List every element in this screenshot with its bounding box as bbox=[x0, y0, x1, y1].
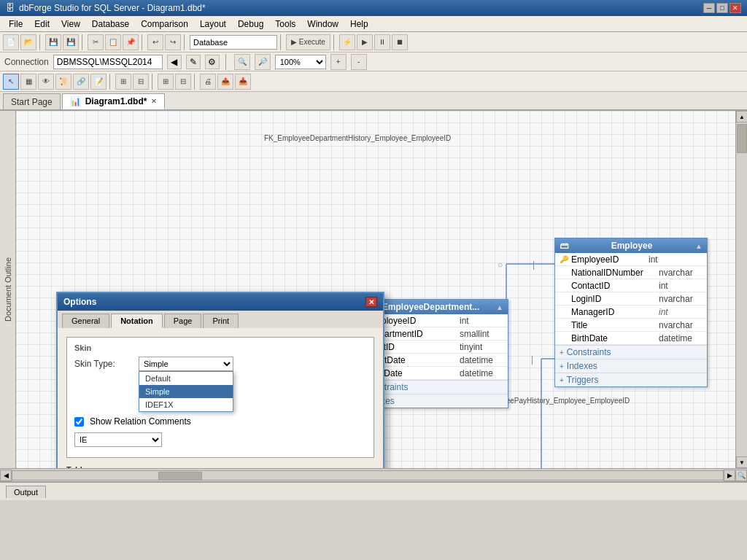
diagram-canvas[interactable]: FK_EmployeeDepartmentHistory_Employee_Em… bbox=[16, 111, 735, 468]
constraints-section[interactable]: + Constraints bbox=[555, 345, 707, 359]
minimize-button[interactable]: ─ bbox=[703, 3, 715, 13]
vertical-scrollbar[interactable]: ▲ ▼ bbox=[735, 111, 747, 468]
tb-redo[interactable]: ↪ bbox=[165, 34, 181, 50]
tb2-link[interactable]: 🔗 bbox=[73, 74, 89, 90]
menu-file[interactable]: File bbox=[3, 18, 28, 31]
tab-page[interactable]: Page bbox=[164, 314, 202, 328]
tb2-btn2[interactable]: ⊟ bbox=[133, 74, 149, 90]
conn-btn1[interactable]: ◀ bbox=[167, 55, 182, 69]
tb-undo[interactable]: ↩ bbox=[147, 34, 163, 50]
dialog-content: Skin Skin Type: Simple Default IDEF1X De bbox=[58, 328, 383, 468]
tb2-export[interactable]: 📤 bbox=[217, 74, 233, 90]
zoom-out[interactable]: - bbox=[351, 54, 367, 70]
tab-print[interactable]: Print bbox=[203, 314, 239, 328]
scroll-thumb[interactable] bbox=[737, 124, 747, 153]
tab-general[interactable]: General bbox=[62, 314, 109, 328]
notation-select[interactable]: IE IDEF1X Chen bbox=[74, 432, 162, 447]
menu-edit[interactable]: Edit bbox=[28, 18, 55, 31]
scroll-track[interactable] bbox=[736, 122, 747, 456]
tb2-print[interactable]: 🖨 bbox=[200, 74, 216, 90]
tab-close-icon[interactable]: ✕ bbox=[151, 98, 157, 105]
database-input[interactable] bbox=[190, 35, 277, 50]
menu-layout[interactable]: Layout bbox=[194, 18, 232, 31]
tb-execute[interactable]: ▶ Execute bbox=[286, 34, 330, 50]
zoom-in[interactable]: + bbox=[330, 54, 347, 70]
menu-comparison[interactable]: Comparison bbox=[135, 18, 194, 31]
skin-type-select[interactable]: Simple Default IDEF1X bbox=[139, 357, 233, 371]
tb2-btn1[interactable]: ⊞ bbox=[115, 74, 131, 90]
col-type: nvarchar bbox=[659, 268, 703, 278]
close-button[interactable]: ✕ bbox=[729, 3, 741, 13]
menu-view[interactable]: View bbox=[55, 18, 86, 31]
tb-save2[interactable]: 💾 bbox=[63, 34, 79, 50]
toolbar2: ↖ ▦ 👁 📜 🔗 📝 ⊞ ⊟ ⊞ ⊟ 🖨 📤 📥 bbox=[0, 71, 747, 92]
dropdown-simple[interactable]: Simple bbox=[139, 385, 233, 398]
menu-debug[interactable]: Debug bbox=[232, 18, 269, 31]
conn-btn2[interactable]: ✎ bbox=[186, 55, 201, 69]
tb2-note[interactable]: 📝 bbox=[90, 74, 107, 90]
tab-diagram[interactable]: 📊 Diagram1.dbd* ✕ bbox=[62, 93, 166, 109]
indexes-section[interactable]: + Indexes bbox=[555, 359, 707, 373]
zoom-icon[interactable]: 🔍 bbox=[735, 470, 747, 481]
conn-btn3[interactable]: ⚙ bbox=[205, 55, 220, 69]
tb-btn4[interactable]: ⏹ bbox=[392, 34, 408, 50]
employee-expand-icon[interactable]: ▲ bbox=[695, 242, 703, 250]
key-icon: 🔑 bbox=[560, 255, 568, 263]
tb-new[interactable]: 📄 bbox=[3, 34, 19, 50]
tb-cut[interactable]: ✂ bbox=[88, 34, 104, 50]
document-outline-panel: Document Outline bbox=[0, 111, 16, 468]
conn-tb1[interactable]: 🔍 bbox=[234, 54, 250, 70]
tb-open[interactable]: 📂 bbox=[20, 34, 36, 50]
tb2-view[interactable]: 👁 bbox=[38, 74, 54, 90]
menu-tools[interactable]: Tools bbox=[269, 18, 301, 31]
scroll-down-button[interactable]: ▼ bbox=[736, 456, 747, 468]
tb-sep2 bbox=[82, 34, 85, 50]
triggers-section[interactable]: + Triggers bbox=[555, 373, 707, 386]
show-relation-label: Show Relation Comments bbox=[90, 416, 191, 427]
tb-paste[interactable]: 📌 bbox=[123, 34, 139, 50]
horizontal-scrollbar-bar: ◀ ▶ 🔍 bbox=[0, 468, 747, 481]
tb2-layout2[interactable]: ⊟ bbox=[175, 74, 191, 90]
section-label: Triggers bbox=[567, 375, 599, 385]
tab-start-page[interactable]: Start Page bbox=[3, 93, 61, 109]
output-tab[interactable]: Output bbox=[6, 486, 46, 498]
connection-label: Connection bbox=[4, 57, 49, 67]
tb-btn3[interactable]: ⏸ bbox=[374, 34, 390, 50]
tables-label: Tables bbox=[66, 465, 374, 468]
tb-btn2[interactable]: ▶ bbox=[357, 34, 373, 50]
tb2-proc[interactable]: 📜 bbox=[55, 74, 71, 90]
tb-copy[interactable]: 📋 bbox=[105, 34, 121, 50]
col-name: LoginID bbox=[571, 294, 656, 304]
scroll-left-button[interactable]: ◀ bbox=[0, 470, 12, 481]
tab-notation[interactable]: Notation bbox=[111, 314, 163, 328]
skin-section-label: Skin bbox=[74, 343, 366, 352]
show-relation-checkbox[interactable] bbox=[74, 417, 84, 427]
menu-database[interactable]: Database bbox=[86, 18, 135, 31]
scroll-up-button[interactable]: ▲ bbox=[736, 111, 747, 122]
tb-btn1[interactable]: ⚡ bbox=[339, 34, 355, 50]
maximize-button[interactable]: □ bbox=[716, 3, 728, 13]
scroll-right-button[interactable]: ▶ bbox=[724, 470, 735, 481]
zoom-select[interactable]: 100% 75% 150% bbox=[275, 55, 326, 69]
dialog-close-button[interactable]: ✕ bbox=[365, 297, 377, 307]
menu-help[interactable]: Help bbox=[344, 18, 374, 31]
connection-input[interactable] bbox=[53, 55, 163, 69]
col-name: NationalIDNumber bbox=[571, 268, 656, 278]
tb2-layout[interactable]: ⊞ bbox=[158, 74, 174, 90]
conn-tb2[interactable]: 🔎 bbox=[255, 54, 271, 70]
svg-text:|: | bbox=[531, 354, 533, 365]
horizontal-scroll-track[interactable] bbox=[12, 470, 724, 481]
tb2-import[interactable]: 📥 bbox=[235, 74, 251, 90]
tb2-table[interactable]: ▦ bbox=[20, 74, 36, 90]
emp-dept-expand[interactable]: ▲ bbox=[496, 303, 503, 311]
menu-window[interactable]: Window bbox=[301, 18, 344, 31]
tb2-select[interactable]: ↖ bbox=[3, 74, 19, 90]
tb-save[interactable]: 💾 bbox=[45, 34, 61, 50]
dropdown-idef1x[interactable]: IDEF1X bbox=[139, 398, 233, 411]
employee-table-header[interactable]: 🗃 Employee ▲ bbox=[555, 238, 707, 253]
section-label: Indexes bbox=[567, 361, 597, 371]
employee-table-title: Employee bbox=[611, 241, 653, 251]
col-name: Title bbox=[571, 320, 656, 330]
dropdown-default[interactable]: Default bbox=[139, 372, 233, 385]
horizontal-scroll-thumb[interactable] bbox=[158, 472, 202, 481]
